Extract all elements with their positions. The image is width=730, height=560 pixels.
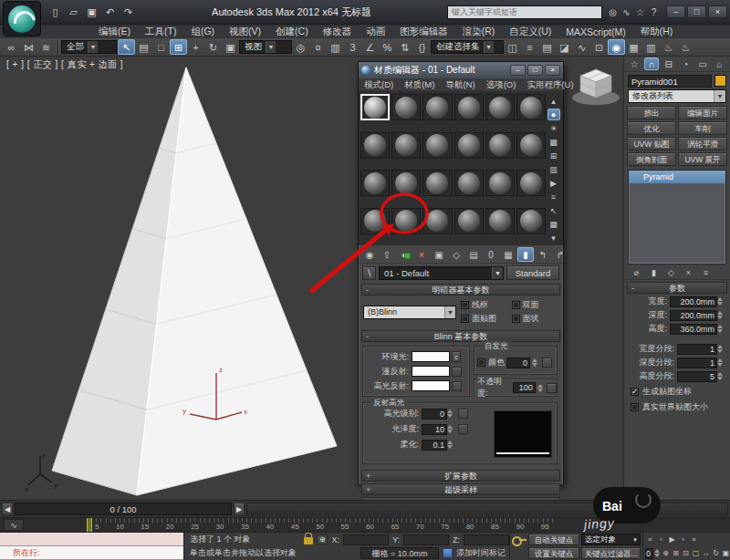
- sample-slot[interactable]: [422, 208, 452, 234]
- opacity-value[interactable]: 100: [513, 382, 536, 393]
- material-name-dropdown[interactable]: 01 - Default▼: [379, 266, 504, 280]
- render-frame-window-icon[interactable]: ▥: [642, 39, 660, 55]
- modifier-button[interactable]: 涡轮平滑: [678, 137, 727, 150]
- key-mode-dropdown[interactable]: 选定对象▼: [581, 534, 641, 545]
- blinn-rollout-header[interactable]: -Blinn 基本参数: [361, 330, 560, 342]
- configure-modifier-sets-icon[interactable]: ≡: [699, 266, 713, 278]
- self-illum-value[interactable]: 0: [506, 358, 530, 368]
- prev-frame-icon[interactable]: ‹: [656, 534, 666, 545]
- menu-item[interactable]: 动画: [359, 26, 392, 38]
- communication-center-icon[interactable]: ∿: [620, 7, 633, 17]
- modifier-button[interactable]: UVW 展开: [678, 152, 727, 166]
- layer-manager-icon[interactable]: ▤: [538, 39, 556, 55]
- select-and-link-icon[interactable]: ∞: [3, 39, 20, 55]
- menu-item[interactable]: 视图(V): [222, 26, 268, 38]
- sample-slot[interactable]: [485, 208, 515, 234]
- diffuse-map-button[interactable]: [452, 367, 462, 377]
- y-coordinate-field[interactable]: [403, 534, 449, 545]
- sample-slot[interactable]: [422, 170, 452, 196]
- sample-slot[interactable]: [454, 208, 484, 234]
- maximize-button[interactable]: □: [687, 5, 706, 18]
- show-map-in-viewport-icon[interactable]: ▦: [500, 247, 516, 262]
- minimize-button[interactable]: –: [666, 5, 685, 18]
- maximize-viewport-icon[interactable]: ▣: [721, 548, 730, 559]
- use-pivot-center-icon[interactable]: ◎: [292, 39, 309, 55]
- current-frame-field[interactable]: 0: [645, 548, 653, 559]
- graphite-ribbon-icon[interactable]: ◪: [556, 39, 573, 55]
- specular-color-swatch[interactable]: [412, 380, 450, 391]
- add-time-tag[interactable]: 添加时间标记: [456, 547, 506, 559]
- angle-snap-icon[interactable]: ∠: [361, 39, 379, 55]
- unlink-selection-icon[interactable]: ⋈: [20, 39, 37, 55]
- sample-slot[interactable]: [454, 132, 484, 159]
- width-spinner[interactable]: [717, 296, 725, 307]
- opacity-map-button[interactable]: [547, 383, 557, 393]
- goto-start-icon[interactable]: «: [645, 534, 655, 545]
- depth-segs-field[interactable]: 1: [677, 358, 717, 368]
- material-editor-icon[interactable]: ◉: [608, 39, 625, 55]
- new-file-icon[interactable]: ▯: [47, 5, 63, 19]
- open-file-icon[interactable]: ▱: [66, 5, 81, 19]
- scroll-down-icon[interactable]: ▾: [548, 232, 560, 244]
- width-field[interactable]: 200.0mm: [670, 296, 717, 307]
- ambient-color-swatch[interactable]: [412, 351, 450, 362]
- find-icon[interactable]: ◎: [606, 7, 620, 17]
- select-by-name-icon[interactable]: ▤: [135, 39, 152, 55]
- collapsed-rollout-header[interactable]: +扩展参数: [361, 470, 560, 482]
- sample-slot[interactable]: [485, 170, 515, 196]
- show-end-result-stack-icon[interactable]: ▮: [647, 266, 661, 278]
- height-segs-field[interactable]: 5: [677, 371, 717, 382]
- self-illum-color-checkbox[interactable]: 颜色: [477, 357, 505, 368]
- sample-slot[interactable]: [454, 170, 484, 196]
- material-map-navigator-icon[interactable]: ▦: [548, 218, 560, 230]
- undo-icon[interactable]: ↶: [102, 5, 118, 19]
- viewport-label[interactable]: [ + ] [ 正交 ] [ 真实 + 边面 ]: [6, 58, 123, 71]
- glossiness-value[interactable]: 10: [422, 424, 447, 435]
- backlight-icon[interactable]: ☀: [548, 122, 560, 134]
- sample-slot[interactable]: [360, 208, 390, 234]
- object-name-field[interactable]: Pyramid001: [628, 75, 712, 88]
- reset-map-material-icon[interactable]: ×: [413, 247, 430, 262]
- pick-material-eyedropper-icon[interactable]: ∖: [362, 266, 376, 280]
- z-coordinate-field[interactable]: [464, 534, 509, 545]
- orbit-icon[interactable]: ↻: [711, 548, 721, 559]
- select-by-material-icon[interactable]: ↖: [548, 204, 560, 216]
- menu-item[interactable]: 自定义(U): [502, 26, 558, 38]
- height-spinner[interactable]: [717, 324, 725, 335]
- close-button[interactable]: ×: [708, 5, 727, 18]
- width-segs-field[interactable]: 1: [677, 344, 717, 355]
- height-segs-spinner[interactable]: [717, 371, 725, 382]
- put-to-library-icon[interactable]: ▤: [465, 247, 482, 262]
- me-close-button[interactable]: ×: [545, 65, 560, 76]
- sample-slot[interactable]: [391, 208, 421, 234]
- selection-lock-icon[interactable]: [304, 537, 313, 544]
- window-crossing-icon[interactable]: ⊞: [170, 39, 187, 55]
- self-illum-spinner[interactable]: [532, 358, 540, 368]
- parameters-rollout-header[interactable]: -参数: [627, 282, 727, 294]
- put-material-to-scene-icon[interactable]: ⇧: [379, 247, 395, 262]
- application-menu-button[interactable]: [3, 1, 41, 36]
- menu-item[interactable]: 工具(T): [138, 26, 183, 38]
- zoom-extents-icon[interactable]: ⊡: [681, 548, 691, 559]
- shader-flag-checkbox[interactable]: 面贴图: [461, 313, 508, 325]
- generate-mapping-checkbox[interactable]: 生成贴图坐标: [631, 386, 730, 398]
- go-forward-to-sibling-icon[interactable]: ↱: [552, 247, 568, 262]
- modifier-button[interactable]: UVW 贴图: [627, 137, 676, 150]
- sample-slot[interactable]: [485, 94, 515, 120]
- quick-render-icon[interactable]: ♨: [677, 39, 694, 55]
- time-tag-icon[interactable]: [443, 548, 453, 558]
- mini-curve-editor-icon[interactable]: ∿: [4, 519, 24, 531]
- me-maximize-button[interactable]: □: [527, 65, 543, 76]
- select-object-icon[interactable]: ↖: [118, 39, 135, 55]
- shader-flag-checkbox[interactable]: 面状: [512, 313, 559, 325]
- modifier-button[interactable]: 挤出: [627, 106, 676, 119]
- sample-slot[interactable]: [391, 132, 421, 159]
- scroll-up-icon[interactable]: ▴: [548, 95, 560, 107]
- tab-motion[interactable]: ◔: [678, 57, 693, 70]
- sample-slot[interactable]: [516, 132, 546, 159]
- help-icon[interactable]: ?: [647, 7, 661, 17]
- height-field[interactable]: 360.0mm: [670, 324, 717, 335]
- select-and-rotate-icon[interactable]: ↻: [204, 39, 222, 55]
- remove-modifier-icon[interactable]: ×: [682, 266, 695, 278]
- frame-spinner[interactable]: [654, 548, 660, 559]
